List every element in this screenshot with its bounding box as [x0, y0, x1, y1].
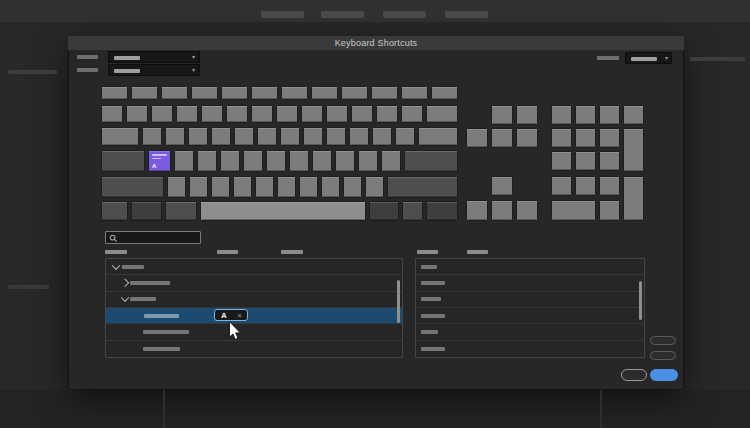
shortcut-row[interactable] — [416, 275, 644, 291]
keyboard-key[interactable] — [376, 105, 398, 123]
keyboard-key[interactable] — [418, 127, 458, 146]
keyboard-key[interactable] — [623, 128, 644, 172]
command-row[interactable] — [106, 259, 402, 275]
keyboard-key[interactable] — [101, 201, 128, 221]
top-right-dropdown[interactable]: ▾ — [625, 52, 672, 64]
keyboard-key[interactable] — [299, 176, 318, 198]
keyboard-key[interactable] — [404, 150, 458, 172]
keyboard-key[interactable] — [343, 176, 362, 198]
keyboard-key[interactable] — [623, 176, 644, 221]
menu-item-placeholder[interactable] — [383, 11, 426, 18]
keyboard-key[interactable] — [402, 201, 423, 221]
keyboard-key[interactable] — [165, 201, 197, 221]
keyboard-key[interactable] — [426, 201, 458, 221]
command-row-selected[interactable]: A× — [106, 308, 402, 324]
keyboard-key[interactable] — [233, 176, 252, 198]
keyboard-key[interactable] — [200, 201, 366, 221]
keyboard-key[interactable] — [369, 201, 399, 221]
shortcut-row[interactable] — [416, 259, 644, 275]
keyboard-key[interactable] — [201, 105, 223, 123]
keyboard-key[interactable] — [167, 176, 186, 198]
keyboard-key[interactable] — [221, 86, 248, 100]
keyboard-key[interactable] — [426, 105, 458, 123]
keyboard-key[interactable] — [289, 150, 309, 172]
keyboard-key[interactable] — [211, 176, 230, 198]
side-pill-button-2[interactable] — [650, 351, 676, 360]
keyboard-key[interactable] — [131, 201, 162, 221]
keyboard-key[interactable] — [189, 176, 208, 198]
keyboard-key[interactable] — [431, 86, 458, 100]
keyboard-key[interactable] — [466, 200, 488, 221]
keyboard-key[interactable] — [161, 86, 188, 100]
keyboard-key[interactable] — [101, 105, 123, 123]
keyboard-key[interactable] — [255, 176, 274, 198]
keyboard-key[interactable] — [466, 128, 488, 148]
keyboard-key[interactable] — [276, 105, 298, 123]
left-scrollbar-thumb[interactable] — [397, 280, 400, 323]
shortcut-row[interactable] — [416, 341, 644, 357]
keyboard-key[interactable] — [165, 127, 185, 146]
chevron-down-icon[interactable] — [121, 294, 129, 302]
keyboard-key[interactable] — [326, 105, 348, 123]
keyboard-key[interactable] — [234, 127, 254, 146]
keyboard-key[interactable] — [387, 176, 458, 198]
keyboard-key[interactable] — [575, 105, 596, 125]
menu-item-placeholder[interactable] — [321, 11, 364, 18]
keyboard-key[interactable] — [551, 128, 572, 148]
keyboard-key[interactable] — [303, 127, 323, 146]
command-row[interactable] — [106, 341, 402, 357]
keyboard-key[interactable] — [211, 127, 231, 146]
keyboard-key[interactable] — [280, 127, 300, 146]
commands-dropdown[interactable]: ▾ — [108, 64, 200, 76]
keyboard-key[interactable] — [599, 151, 620, 171]
keyboard-key[interactable] — [599, 200, 620, 221]
keyboard-key[interactable] — [311, 86, 338, 100]
keyboard-key[interactable] — [575, 176, 596, 196]
keyboard-key[interactable] — [335, 150, 355, 172]
keyboard-key[interactable] — [101, 127, 139, 146]
right-scrollbar-thumb[interactable] — [639, 281, 642, 320]
keyboard-key[interactable] — [174, 150, 194, 172]
dialog-titlebar[interactable]: Keyboard Shortcuts — [68, 36, 684, 50]
keyboard-key[interactable] — [395, 127, 415, 146]
search-input[interactable] — [105, 231, 201, 244]
keyboard-key[interactable] — [401, 86, 428, 100]
shortcut-row[interactable] — [416, 324, 644, 340]
keyboard-key[interactable] — [251, 86, 278, 100]
keyboard-key[interactable] — [349, 127, 369, 146]
chevron-down-icon[interactable] — [112, 261, 120, 269]
keyboard-key[interactable] — [381, 150, 401, 172]
remove-shortcut-icon[interactable]: × — [237, 311, 242, 321]
keyboard-key[interactable] — [551, 176, 572, 196]
keyboard-key[interactable] — [516, 128, 538, 148]
keyboard-key[interactable] — [301, 105, 323, 123]
menu-item-placeholder[interactable] — [445, 11, 488, 18]
keyboard-key[interactable] — [491, 200, 513, 221]
keyboard-key[interactable] — [575, 151, 596, 171]
layout-dropdown[interactable]: ▾ — [108, 51, 200, 63]
keyboard-key[interactable] — [491, 105, 513, 125]
keyboard-key[interactable] — [516, 105, 538, 125]
keyboard-key[interactable] — [131, 86, 158, 100]
command-row[interactable] — [106, 292, 402, 308]
chevron-right-icon[interactable] — [121, 278, 129, 286]
shortcut-row[interactable] — [416, 308, 644, 324]
keyboard-key[interactable] — [281, 86, 308, 100]
keyboard-key[interactable] — [197, 150, 217, 172]
keyboard-key[interactable] — [191, 86, 218, 100]
secondary-button[interactable] — [621, 369, 647, 381]
keyboard-key[interactable] — [151, 105, 173, 123]
keyboard-key[interactable] — [365, 176, 384, 198]
keyboard-key[interactable] — [491, 128, 513, 148]
keyboard-key[interactable] — [326, 127, 346, 146]
keyboard-key[interactable] — [101, 86, 128, 100]
keyboard-key[interactable] — [372, 127, 392, 146]
shortcut-key-badge[interactable]: A× — [214, 309, 248, 321]
keyboard-key[interactable] — [266, 150, 286, 172]
side-pill-button-1[interactable] — [650, 336, 676, 345]
keyboard-key[interactable] — [371, 86, 398, 100]
keyboard-key[interactable] — [551, 200, 596, 221]
shortcut-row[interactable] — [416, 292, 644, 308]
keyboard-key[interactable] — [599, 128, 620, 148]
keyboard-key[interactable] — [257, 127, 277, 146]
